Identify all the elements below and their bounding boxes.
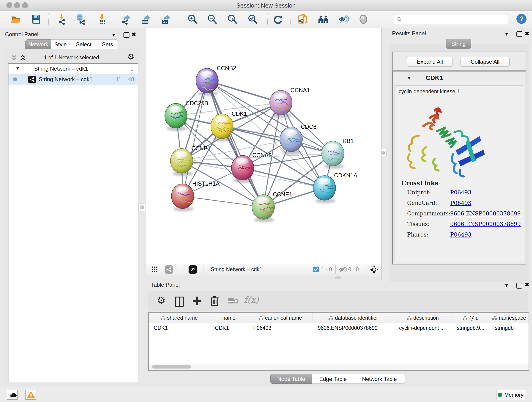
network-overview-icon[interactable] bbox=[165, 265, 173, 274]
column-header-description[interactable]: description bbox=[394, 313, 452, 323]
cell-description[interactable]: cyclin-dependent ... bbox=[394, 323, 452, 332]
network-node-ccna1[interactable]: CCNA1 bbox=[270, 87, 310, 118]
section-collapse-icon[interactable]: ▼ bbox=[407, 76, 412, 81]
refresh-icon[interactable] bbox=[272, 14, 283, 25]
svg-text:CDC25B: CDC25B bbox=[186, 100, 208, 106]
add-column-icon[interactable] bbox=[192, 296, 202, 306]
cell-canonical-name[interactable]: P06493 bbox=[248, 323, 313, 332]
show-results-icon[interactable] bbox=[358, 14, 369, 25]
network-node-rb1[interactable]: RB1 bbox=[322, 138, 354, 169]
table-float-icon[interactable] bbox=[516, 283, 522, 288]
network-node-ccnb1[interactable]: CCNB1 bbox=[171, 145, 211, 176]
footer-separator bbox=[336, 265, 336, 274]
tab-edge-table[interactable]: Edge Table bbox=[312, 374, 354, 384]
import-table-icon[interactable] bbox=[97, 14, 108, 25]
network-node-ccnb2[interactable]: CCNB2 bbox=[196, 65, 236, 96]
network-collection-row[interactable]: ▼ String Network – cdk1 1 bbox=[8, 64, 138, 74]
network-options-gear-icon[interactable]: ⚙ bbox=[127, 52, 134, 61]
network-node-ccne1[interactable]: CCNE1 bbox=[252, 191, 292, 222]
network-graph[interactable]: CCNB2CCNA1CDC25BCDK1CDC6RB1CCNB1CCNA2CDK… bbox=[146, 28, 381, 263]
function-builder-icon[interactable]: f(x) bbox=[244, 295, 259, 305]
collection-label: String Network – cdk1 bbox=[34, 65, 88, 72]
tab-node-table[interactable]: Node Table bbox=[270, 374, 312, 384]
search-input[interactable] bbox=[404, 15, 506, 23]
column-header-namespace[interactable]: namespace bbox=[490, 313, 529, 323]
column-header-database-identifier[interactable]: database identifier bbox=[313, 313, 394, 323]
crosslink-genecard-link[interactable]: P06493 bbox=[450, 200, 472, 206]
string-home-icon[interactable] bbox=[318, 14, 329, 25]
network-row[interactable]: String Network – cdk1 11 48 bbox=[8, 74, 138, 85]
collapse-all-button[interactable]: Collapse All bbox=[461, 57, 510, 67]
delete-table-icon[interactable] bbox=[228, 298, 239, 305]
tab-string-results[interactable]: String bbox=[446, 39, 471, 49]
crosslink-uniprot-link[interactable]: P06493 bbox=[450, 189, 472, 196]
network-node-hist1h1a[interactable]: HIST1H1A bbox=[171, 180, 220, 211]
column-header-shared-name[interactable]: shared name bbox=[149, 313, 210, 323]
column-header-id[interactable]: @id bbox=[452, 313, 490, 323]
zoom-in-icon[interactable] bbox=[187, 14, 198, 25]
left-splitter-handle[interactable] bbox=[138, 204, 146, 211]
warnings-button[interactable] bbox=[25, 390, 36, 400]
memory-button[interactable]: Memory bbox=[496, 390, 525, 400]
table-menu-icon[interactable]: ▾ bbox=[505, 282, 508, 288]
fit-selected-crosshair-icon[interactable] bbox=[370, 265, 379, 274]
tab-select[interactable]: Select bbox=[70, 39, 97, 49]
results-float-icon[interactable] bbox=[516, 31, 522, 37]
expand-all-button[interactable]: Expand All bbox=[407, 57, 453, 67]
table-settings-gear-icon[interactable]: ⚙ bbox=[157, 295, 166, 306]
birds-eye-grid-icon[interactable] bbox=[152, 267, 158, 273]
zoom-fit-icon[interactable] bbox=[227, 14, 238, 25]
panel-close-icon[interactable]: ✖ bbox=[132, 31, 136, 38]
network-label: String Network – cdk1 bbox=[39, 76, 93, 83]
cell-name[interactable]: CDK1 bbox=[210, 323, 248, 332]
import-network-icon[interactable] bbox=[57, 14, 68, 25]
cloud-button[interactable] bbox=[7, 390, 18, 400]
cell-id[interactable]: stringdb:9... bbox=[452, 323, 490, 332]
cell-database-identifier[interactable]: 9606.ENSP00000378699 bbox=[313, 323, 394, 332]
zoom-out-icon[interactable] bbox=[207, 14, 218, 25]
cell-namespace[interactable]: stringdb bbox=[490, 323, 529, 332]
results-close-icon[interactable]: ✖ bbox=[525, 30, 529, 37]
scrollbar-thumb[interactable] bbox=[152, 365, 191, 369]
selected-checkbox-icon[interactable] bbox=[313, 267, 319, 272]
tab-network-table[interactable]: Network Table bbox=[354, 374, 405, 384]
table-row[interactable]: CDK1 CDK1 P06493 9606.ENSP00000378699 cy… bbox=[149, 323, 529, 332]
crosslink-pharos-link[interactable]: P06493 bbox=[450, 231, 472, 238]
export-image-icon[interactable] bbox=[160, 14, 171, 25]
delete-column-icon[interactable] bbox=[210, 296, 219, 306]
export-network-icon[interactable] bbox=[121, 14, 132, 25]
export-table-icon[interactable] bbox=[140, 14, 152, 25]
table-close-icon[interactable]: ✖ bbox=[525, 282, 529, 288]
hierarchy-icon bbox=[407, 316, 412, 320]
hidden-eye-icon[interactable] bbox=[339, 267, 347, 273]
import-database-icon[interactable] bbox=[76, 14, 87, 25]
table-horizontal-scrollbar[interactable] bbox=[149, 364, 529, 370]
show-columns-icon[interactable] bbox=[175, 297, 184, 307]
hide-results-icon[interactable] bbox=[338, 14, 349, 25]
panel-float-icon[interactable] bbox=[123, 32, 129, 38]
help-icon[interactable]: ? bbox=[516, 13, 527, 24]
results-menu-icon[interactable]: ▾ bbox=[505, 31, 508, 37]
svg-text:RB1: RB1 bbox=[342, 138, 354, 144]
tab-sets[interactable]: Sets bbox=[97, 39, 118, 49]
open-session-icon[interactable] bbox=[11, 14, 22, 25]
save-session-icon[interactable] bbox=[31, 14, 42, 25]
network-node-ccna2[interactable]: CCNA2 bbox=[231, 152, 272, 183]
search-field[interactable] bbox=[394, 14, 508, 24]
collection-expander-icon[interactable]: ▼ bbox=[15, 65, 20, 71]
panel-menu-icon[interactable]: ▾ bbox=[112, 32, 115, 38]
crosslink-compartments-link[interactable]: 9606.ENSP00000378699 bbox=[450, 211, 521, 217]
tab-style[interactable]: Style bbox=[51, 39, 70, 49]
crosslink-tissues-link[interactable]: 9606.ENSP00000378699 bbox=[450, 221, 521, 227]
column-header-name[interactable]: name bbox=[210, 313, 248, 323]
right-splitter-handle[interactable] bbox=[379, 149, 386, 156]
network-node-cdkn1a[interactable]: CDKN1A bbox=[313, 172, 357, 203]
open-in-window-icon[interactable] bbox=[189, 265, 197, 274]
network-canvas[interactable]: CCNB2CCNA1CDC25BCDK1CDC6RB1CCNB1CCNA2CDK… bbox=[145, 28, 381, 263]
share-document-icon[interactable] bbox=[298, 14, 308, 25]
zoom-selected-icon[interactable] bbox=[247, 14, 258, 25]
horizontal-splitter-handle[interactable] bbox=[335, 276, 341, 279]
cell-shared-name[interactable]: CDK1 bbox=[149, 323, 210, 332]
column-header-canonical-name[interactable]: canonical name bbox=[248, 313, 313, 323]
tab-network[interactable]: Network bbox=[25, 39, 51, 49]
